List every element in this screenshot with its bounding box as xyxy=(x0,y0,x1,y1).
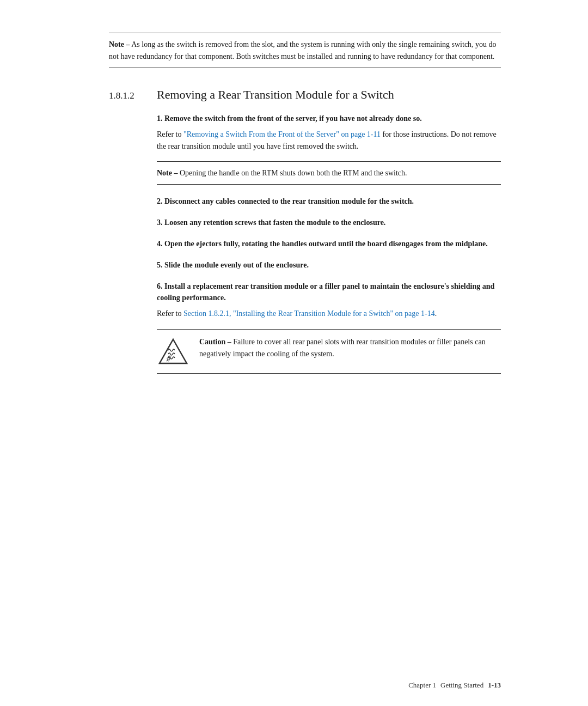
top-note-box: Note – As long as the switch is removed … xyxy=(109,33,501,68)
step-3-title: Loosen any retention screws that fasten … xyxy=(164,218,385,227)
footer-page-number: 1-13 xyxy=(488,681,501,690)
step-1-link[interactable]: "Removing a Switch From the Front of the… xyxy=(183,130,381,138)
step-2-header: 2. Disconnect any cables connected to th… xyxy=(157,196,501,207)
step-4: 4. Open the ejectors fully, rotating the… xyxy=(157,238,501,249)
caution-icon: ∯ xyxy=(157,336,189,367)
content-area: 1. Remove the switch from the front of t… xyxy=(157,113,501,374)
step-6-title: Install a replacement rear transition mo… xyxy=(157,282,494,302)
caution-label: Caution – xyxy=(199,338,231,346)
top-note-body: As long as the switch is removed from th… xyxy=(109,40,497,60)
inner-note-body: Opening the handle on the RTM shuts down… xyxy=(180,169,407,177)
step-5: 5. Slide the module evenly out of the en… xyxy=(157,259,501,271)
step-1-body: Refer to "Removing a Switch From the Fro… xyxy=(157,129,501,152)
step-2-number: 2. xyxy=(157,197,164,205)
inner-note-box: Note – Opening the handle on the RTM shu… xyxy=(157,161,501,185)
step-4-title: Open the ejectors fully, rotating the ha… xyxy=(164,240,488,248)
caution-text-body: Caution – Failure to cover all rear pane… xyxy=(199,336,501,360)
step-6: 6. Install a replacement rear transition… xyxy=(157,281,501,320)
step-2: 2. Disconnect any cables connected to th… xyxy=(157,196,501,207)
svg-marker-0 xyxy=(160,339,187,363)
section-title: Removing a Rear Transition Module for a … xyxy=(157,88,394,102)
caution-box: ∯ Caution – Failure to cover all rear pa… xyxy=(157,329,501,374)
top-note-label: Note – xyxy=(109,40,130,48)
step-6-body-prefix: Refer to xyxy=(157,309,183,318)
step-6-header: 6. Install a replacement rear transition… xyxy=(157,281,501,303)
step-6-number: 6. xyxy=(157,282,164,290)
step-1: 1. Remove the switch from the front of t… xyxy=(157,113,501,184)
inner-note-text: Note – Opening the handle on the RTM shu… xyxy=(157,167,501,179)
step-5-header: 5. Slide the module evenly out of the en… xyxy=(157,259,501,271)
top-note-text: Note – As long as the switch is removed … xyxy=(109,39,501,62)
step-5-title: Slide the module evenly out of the enclo… xyxy=(164,261,309,269)
section-number: 1.8.1.2 xyxy=(109,90,142,101)
step-5-number: 5. xyxy=(157,261,164,269)
caution-triangle-icon: ∯ xyxy=(158,337,188,367)
step-3: 3. Loosen any retention screws that fast… xyxy=(157,217,501,228)
section-heading: 1.8.1.2 Removing a Rear Transition Modul… xyxy=(109,88,501,102)
step-1-title: Remove the switch from the front of the … xyxy=(164,114,422,123)
step-1-body-prefix: Refer to xyxy=(157,130,183,138)
step-1-number: 1. xyxy=(157,114,164,123)
step-6-body: Refer to Section 1.8.2.1, "Installing th… xyxy=(157,308,501,320)
page-content: Note – As long as the switch is removed … xyxy=(0,0,588,706)
footer-section: Getting Started xyxy=(440,681,483,690)
inner-note-label: Note – xyxy=(157,169,178,177)
step-4-number: 4. xyxy=(157,240,164,248)
step-2-title: Disconnect any cables connected to the r… xyxy=(164,197,414,205)
footer-chapter: Chapter 1 xyxy=(408,681,436,690)
step-6-link[interactable]: Section 1.8.2.1, "Installing the Rear Tr… xyxy=(183,309,435,318)
step-4-header: 4. Open the ejectors fully, rotating the… xyxy=(157,238,501,249)
caution-body: Failure to cover all rear panel slots wi… xyxy=(199,338,486,358)
page-footer: Chapter 1 Getting Started 1-13 xyxy=(408,681,501,690)
step-3-header: 3. Loosen any retention screws that fast… xyxy=(157,217,501,228)
step-3-number: 3. xyxy=(157,218,164,227)
step-6-body-suffix: . xyxy=(435,309,437,318)
step-1-header: 1. Remove the switch from the front of t… xyxy=(157,113,501,124)
